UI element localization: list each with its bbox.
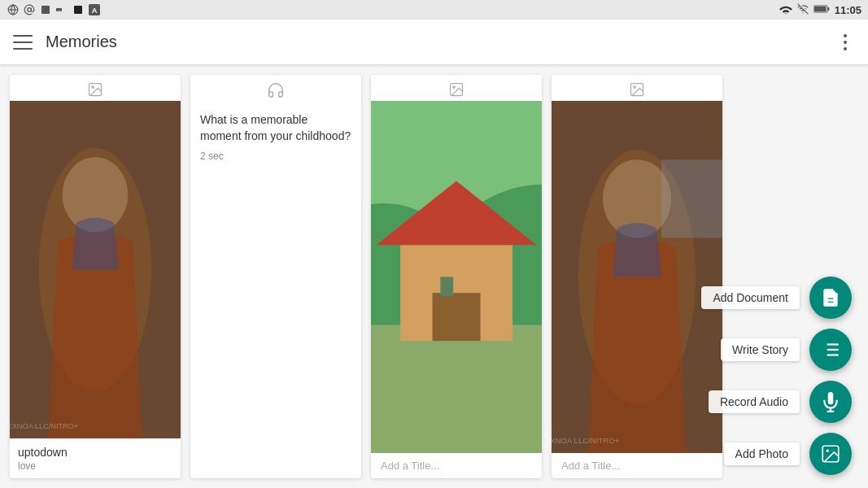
- status-bar: i A: [0, 0, 868, 20]
- memory-card-4[interactable]: ©EXNOA LLC/NITRO+ Add a Title...: [552, 75, 722, 478]
- main-content: ©EXNOA LLC/NITRO+ uptodown love What is …: [0, 65, 868, 488]
- card-4-add-title[interactable]: Add a Title...: [552, 453, 722, 478]
- card-2-body: What is a memorable moment from your chi…: [190, 106, 361, 175]
- letter-a-icon: A: [88, 3, 101, 16]
- record-audio-button[interactable]: [809, 381, 852, 423]
- svg-text:A: A: [92, 7, 98, 15]
- card-2-duration: 2 sec: [200, 150, 351, 162]
- wifi-icon: [779, 4, 792, 16]
- fab-container: Add Document Write Story: [701, 277, 852, 475]
- card-1-image: ©EXNOA LLC/NITRO+: [10, 101, 181, 438]
- globe-icon: [7, 3, 20, 16]
- app-title: Memories: [46, 33, 835, 51]
- time-display: 11:05: [835, 4, 861, 16]
- card-3-type-icon: [371, 75, 542, 101]
- app-bar: Memories: [0, 20, 868, 65]
- svg-point-9: [784, 13, 787, 14]
- memory-card-2[interactable]: What is a memorable moment from your chi…: [190, 75, 361, 478]
- add-document-button[interactable]: [809, 277, 852, 319]
- svg-point-2: [28, 8, 32, 12]
- signal-icon: [797, 3, 809, 17]
- add-document-row: Add Document: [701, 277, 852, 319]
- card-1-overlay: [10, 101, 181, 438]
- svg-rect-3: [41, 6, 50, 14]
- svg-point-52: [827, 450, 829, 452]
- dark-square-icon: [72, 3, 85, 16]
- add-photo-row: Add Photo: [724, 433, 852, 475]
- record-audio-label: Record Audio: [709, 390, 800, 413]
- write-story-button[interactable]: [809, 329, 852, 371]
- card-1-title: uptodown: [18, 446, 172, 459]
- svg-point-23: [453, 86, 456, 89]
- card-4-overlay: [552, 101, 722, 453]
- svg-rect-14: [814, 7, 827, 11]
- card-4-type-icon: [552, 75, 722, 101]
- card-3-image: [371, 101, 542, 453]
- memory-card-1[interactable]: ©EXNOA LLC/NITRO+ uptodown love: [10, 75, 181, 478]
- status-bar-left: i A: [7, 3, 101, 16]
- svg-point-16: [92, 86, 94, 89]
- svg-point-35: [634, 86, 636, 89]
- add-photo-button[interactable]: [809, 433, 852, 475]
- battery-icon: [813, 4, 830, 16]
- write-story-row: Write Story: [721, 329, 852, 371]
- anime-character: ©EXNOA LLC/NITRO+: [10, 101, 181, 438]
- card-1-subtitle: love: [18, 460, 172, 472]
- status-bar-right: 11:05: [779, 3, 861, 17]
- write-story-label: Write Story: [721, 338, 800, 361]
- add-photo-label: Add Photo: [724, 442, 800, 465]
- svg-rect-33: [440, 277, 453, 297]
- add-document-label: Add Document: [701, 286, 800, 309]
- card-2-question: What is a memorable moment from your chi…: [200, 112, 351, 144]
- svg-rect-13: [827, 7, 829, 11]
- svg-rect-25: [371, 325, 542, 453]
- info-icon: i: [55, 3, 68, 16]
- card-4-image: ©EXNOA LLC/NITRO+: [552, 101, 722, 453]
- svg-rect-6: [74, 6, 82, 14]
- card-3-add-title[interactable]: Add a Title...: [371, 453, 542, 478]
- hamburger-menu-icon[interactable]: [13, 33, 33, 52]
- card-1-footer: uptodown love: [10, 438, 181, 478]
- svg-point-11: [802, 12, 803, 13]
- card-1-type-icon: [10, 75, 181, 101]
- more-options-icon[interactable]: [835, 33, 855, 52]
- record-audio-row: Record Audio: [709, 381, 852, 423]
- at-icon: [23, 3, 36, 16]
- square-icon: [39, 3, 52, 16]
- memory-card-3[interactable]: Add a Title...: [371, 75, 542, 478]
- svg-rect-32: [432, 293, 480, 341]
- card-2-header: [190, 75, 361, 106]
